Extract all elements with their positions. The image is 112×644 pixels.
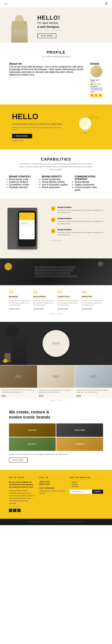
service-item-1: Design: [70, 481, 103, 483]
step-desc-1: Sample text. Click to select the text bo…: [9, 300, 30, 306]
brands-desc: Sample text. Click to select the text bo…: [9, 453, 103, 456]
feature-text-1: Sample text. Click to select the text bo…: [57, 209, 104, 214]
step-learn-more-2[interactable]: LEARN MORE: [33, 308, 44, 310]
step-learn-more-4[interactable]: LEARN MORE: [82, 308, 92, 310]
brand-label-3: MISSNIT: [28, 443, 37, 445]
step-item-2: 02 Development Sample text. Click to sel…: [33, 290, 55, 310]
hello-cta-button[interactable]: READ MORE: [12, 134, 32, 138]
brand-photo-1: DQUIRO: [9, 424, 56, 437]
steps-grid: 01 Branding Sample text. Click to select…: [9, 290, 103, 310]
about-me-credit: Image by Freepik: [9, 77, 84, 78]
social-instagram-icon[interactable]: ☆: [99, 94, 102, 97]
about-me-text: I am an all-round web developer. I am a …: [9, 66, 84, 76]
step-num-4: 04: [82, 290, 103, 294]
contact-col-1: GET IN TOUCH We can ensure reliability, …: [9, 476, 35, 512]
feature-title-2: Sample Headline: [57, 218, 104, 220]
portfolio-item-3: IMG Sample text. Click to select the tex…: [75, 365, 112, 398]
hello-sample: Sample text. Click to select the text bo…: [12, 127, 63, 131]
portfolio-section: mockup graphic IMG Sample text. Click to…: [0, 322, 112, 402]
hello-right: idea: [70, 115, 100, 139]
list-item: Verbal identity: [75, 181, 103, 183]
contact-title-2: CALL US: [39, 476, 65, 480]
detail-age: Age: 31 years: [90, 83, 103, 85]
portfolio-item-2: IMG Sample text. Click to select the tex…: [38, 365, 75, 398]
nav-logo: logo: [5, 2, 8, 5]
feature-item-1: 1 Sample Headline Sample text. Click to …: [51, 206, 104, 214]
brand-label-2: PRINTORE: [74, 429, 85, 431]
svg-point-9: [83, 121, 87, 125]
brands-section: We create, restore & evolve iconic brand…: [0, 402, 112, 470]
social-facebook-icon[interactable]: f: [90, 94, 94, 97]
step-desc-2: Sample text. Click to select the text bo…: [33, 300, 55, 306]
hero-cta-button[interactable]: READ MORE: [37, 34, 56, 38]
cap-brand-strategy: BRAND STRATEGY Brand equity audit Audien…: [9, 175, 37, 192]
feature-text-3: Sample text. Click to select the text bo…: [57, 232, 104, 236]
about-me: About me I am an all-round web developer…: [9, 62, 84, 97]
step-item-4: 04 Marketing Sample text. Click to selec…: [82, 290, 103, 310]
social-icons: f t ☆: [90, 94, 103, 97]
brand-photo-2: PRINTORE: [56, 424, 103, 437]
contact-social-t[interactable]: t: [13, 509, 17, 512]
feature-item-3: 3 Sample Headline Sample text. Click to …: [51, 228, 104, 236]
portfolio-more-3[interactable]: MORE: [76, 395, 81, 396]
menu-icon[interactable]: ☰: [105, 2, 107, 5]
features-list: 1 Sample Headline Sample text. Click to …: [51, 205, 104, 241]
contact-col-3: OUR TOP SERVICES Design — Branding — Mar…: [70, 476, 103, 512]
portfolio-text-2: Sample text. Click to select the text bo…: [39, 389, 73, 393]
hello-left: HELLO I am equally happy working across …: [12, 112, 63, 141]
step-item-1: 01 Branding Sample text. Click to select…: [9, 290, 30, 310]
about-me-title: About me: [9, 62, 84, 66]
brands-cta-button[interactable]: READ MORE: [9, 458, 28, 462]
step-title-3: Consultancy: [57, 296, 70, 298]
contact-title-3: OUR TOP SERVICES: [70, 476, 103, 480]
feature-text-2: Sample text. Click to select the text bo…: [57, 220, 104, 225]
portfolio-credits: Images from Freepik: [0, 398, 112, 402]
hero-intro: I'm Jack Norton, a web Designer.: [37, 21, 101, 29]
contact-phone2: (234) 67 1234: [39, 483, 65, 485]
step-learn-more-3[interactable]: LEARN MORE: [57, 308, 68, 310]
list-item: Brand equity audit: [9, 178, 37, 181]
phone-area: [8, 205, 46, 252]
footer-text: Sample text. Click to select the text bo…: [9, 521, 103, 523]
list-item: Visual positioning: [42, 178, 70, 181]
hero-greeting: HELLO!: [37, 14, 101, 21]
contact-bold-text: We can ensure reliability, low cost livi…: [9, 481, 35, 488]
service-item-3: — Marketing: [70, 486, 103, 488]
contact-credit: Image by Freepik: [9, 506, 35, 507]
svg-line-5: [78, 118, 79, 118]
portfolio-more-1[interactable]: MORE: [2, 395, 6, 396]
portfolio-more-2[interactable]: MORE: [39, 395, 44, 396]
cap-col2-title: BRAND IDENTITY: [42, 175, 70, 178]
brand-photo-3: MISSNIT: [9, 438, 56, 451]
contact-social-i[interactable]: ☆: [17, 509, 21, 512]
list-item: Competitive review: [9, 183, 37, 186]
list-item: Strategic direction: [9, 186, 37, 189]
step-title-1: Branding: [9, 296, 18, 298]
contact-email-input[interactable]: [70, 490, 92, 494]
contact-section: GET IN TOUCH We can ensure reliability, …: [0, 470, 112, 519]
step-title-2: Development: [33, 296, 46, 298]
capabilities-title: CAPABILITIES: [9, 157, 103, 162]
social-twitter-icon[interactable]: t: [94, 94, 98, 97]
list-item: Audience analysis: [9, 181, 37, 183]
contact-address: 102 Bull Street, 21 Hudson, NY 12534, Ne…: [39, 490, 65, 494]
navbar: logo ☰: [0, 0, 112, 7]
list-item: Icon & illustration guides: [42, 183, 70, 186]
steps-bg: [0, 258, 112, 285]
details-title: Details: [90, 62, 103, 66]
feature-item-2: 2 Sample Headline Sample text. Click to …: [51, 218, 104, 225]
portfolio-text-3: Sample text. Click to select the text bo…: [76, 389, 110, 393]
contact-social-f[interactable]: f: [9, 509, 12, 512]
brands-photos-grid: DQUIRO PRINTORE MISSNIT TOMRAN Sample te…: [9, 424, 103, 462]
capabilities-section: CAPABILITIES The result of our company b…: [0, 150, 112, 199]
features-section: 1 Sample Headline Sample text. Click to …: [0, 199, 112, 258]
brand-label-1: DQUIRO: [28, 429, 37, 431]
step-num-3: 03: [57, 290, 79, 294]
feature-title-1: Sample Headline: [57, 206, 104, 208]
steps-credit: Image from Freepik: [9, 313, 103, 314]
contact-submit-button[interactable]: SUBMIT: [92, 490, 103, 494]
portfolio-item-1: IMG Sample text. Click to select the tex…: [0, 365, 37, 398]
step-learn-more-1[interactable]: LEARN MORE: [9, 308, 20, 310]
detail-name: Name: Jack Norton: [90, 79, 103, 83]
list-item: Brand application: [42, 186, 70, 189]
